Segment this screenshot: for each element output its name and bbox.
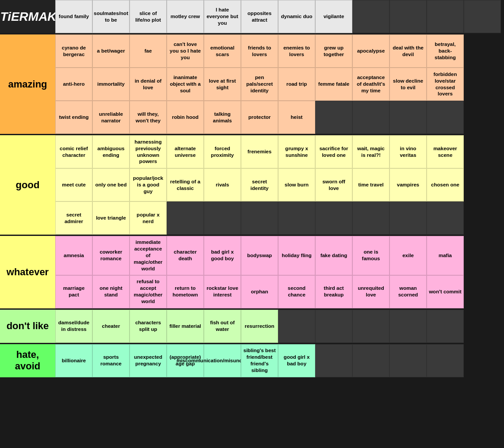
trope-cell: coworker romance bbox=[92, 236, 130, 275]
trope-cell: emotional scars bbox=[204, 34, 241, 68]
tier-row-good: goodcomic relief characterambiguous endi… bbox=[0, 135, 504, 236]
trope-cell: slow decline to evil bbox=[389, 68, 427, 101]
trope-cell: grew up together bbox=[315, 34, 352, 68]
trope-cell: amnesia bbox=[55, 236, 92, 275]
trope-row: twist endingunreliable narratorwill they… bbox=[55, 101, 504, 134]
trope-cell: woman scorned bbox=[389, 275, 427, 308]
trope-cell: secret admirer bbox=[55, 201, 92, 235]
trope-cell: refusal to accept magic/other world bbox=[130, 275, 167, 308]
trope-cell: will they, won't they bbox=[130, 101, 167, 134]
header-cell: vigilante bbox=[315, 0, 352, 33]
trope-cell: only one bed bbox=[92, 168, 130, 201]
header-cell: I hate everyone but you bbox=[204, 0, 241, 33]
trope-cell: frenemies bbox=[241, 135, 278, 168]
trope-cell bbox=[352, 101, 389, 134]
trope-cell: exile bbox=[389, 236, 427, 275]
trope-cell: characters split up bbox=[130, 310, 167, 343]
trope-row: billionairesports romanceunexpected preg… bbox=[55, 344, 504, 377]
trope-cell: road trip bbox=[278, 68, 315, 101]
header-cell: motley crew bbox=[167, 0, 204, 33]
header-cell: slice of life/no plot bbox=[130, 0, 167, 33]
tier-row-whatever: whateveramnesiacoworker romanceimmediate… bbox=[0, 236, 504, 310]
trope-cell: mafia bbox=[427, 236, 464, 275]
trope-cell: fae bbox=[130, 34, 167, 68]
trope-cell: ambiguous ending bbox=[92, 135, 130, 168]
trope-cell: heist bbox=[278, 101, 315, 134]
trope-cell: one is famous bbox=[352, 236, 389, 275]
trope-cell: alternate universe bbox=[167, 135, 204, 168]
trope-cell: popular/jock is a good guy bbox=[130, 168, 167, 201]
trope-cell: popular x nerd bbox=[130, 201, 167, 235]
trope-cell: cheater bbox=[92, 310, 130, 343]
trope-cell: immediate acceptance of magic/other worl… bbox=[130, 236, 167, 275]
trope-cell: in denial of love bbox=[130, 68, 167, 101]
header-cell bbox=[352, 0, 389, 33]
trope-cell: orphan bbox=[241, 275, 278, 308]
header-cell: opposites attract bbox=[241, 0, 278, 33]
trope-row: amnesiacoworker romanceimmediate accepta… bbox=[55, 236, 504, 275]
trope-cell: chosen one bbox=[427, 168, 464, 201]
trope-row: anti-heroimmortalityin denial of loveina… bbox=[55, 68, 504, 101]
trope-cell bbox=[389, 344, 427, 377]
tier-row-hate,-avoid: hate, avoidbillionairesports romanceunex… bbox=[0, 344, 504, 379]
trope-cell: love triangle bbox=[92, 201, 130, 235]
header-cell bbox=[427, 0, 464, 33]
trope-cell: makeover scene bbox=[427, 135, 464, 168]
header-cell: found family bbox=[55, 0, 92, 33]
tier-label: whatever bbox=[0, 236, 55, 308]
trope-cell: second chance bbox=[278, 275, 315, 308]
trope-cell bbox=[278, 310, 315, 343]
trope-cell: in vino veritas bbox=[389, 135, 427, 168]
trope-row: marriage pactone night standrefusal to a… bbox=[55, 275, 504, 308]
trope-cell: love at first sight bbox=[204, 68, 241, 101]
trope-cell: rockstar love interest bbox=[204, 275, 241, 308]
trope-cell: sports romance bbox=[92, 344, 130, 377]
trope-cell: sibling's best friend/best friend's sibl… bbox=[241, 344, 278, 377]
trope-cell: third act breakup bbox=[315, 275, 352, 308]
trope-cell: anti-hero bbox=[55, 68, 92, 101]
trope-cell: slow burn bbox=[278, 168, 315, 201]
trope-cell: good girl x bad boy bbox=[278, 344, 315, 377]
trope-cell bbox=[204, 201, 241, 235]
tier-row-don't-like: don't likedamsel/dude in distresscheater… bbox=[0, 310, 504, 344]
trope-cell: vampires bbox=[389, 168, 427, 201]
trope-cell: forced proximity bbox=[204, 135, 241, 168]
trope-cell bbox=[352, 201, 389, 235]
trope-cell bbox=[389, 310, 427, 343]
trope-cell bbox=[315, 201, 352, 235]
trope-cell: secret identity bbox=[241, 168, 278, 201]
trope-cell: apocalypse bbox=[352, 34, 389, 68]
header-row: found familysoulmates/not to beslice of … bbox=[55, 0, 504, 33]
trope-cell: grumpy x sunshine bbox=[278, 135, 315, 168]
trope-cell: billionaire bbox=[55, 344, 92, 377]
tier-content: amnesiacoworker romanceimmediate accepta… bbox=[55, 236, 504, 308]
trope-cell: wait, magic is real?! bbox=[352, 135, 389, 168]
trope-row: cyrano de bergeraca bet/wagerfaecan't lo… bbox=[55, 34, 504, 68]
trope-cell: robin hood bbox=[167, 101, 204, 134]
trope-cell: cyrano de bergerac bbox=[55, 34, 92, 68]
trope-cell bbox=[427, 344, 464, 377]
header-cell bbox=[464, 0, 501, 33]
trope-cell: femme fatale bbox=[315, 68, 352, 101]
trope-cell bbox=[278, 201, 315, 235]
trope-cell: a bet/wager bbox=[92, 34, 130, 68]
trope-cell: rivals bbox=[204, 168, 241, 201]
trope-row: comic relief characterambiguous endingha… bbox=[55, 135, 504, 168]
trope-cell bbox=[389, 201, 427, 235]
trope-cell bbox=[315, 344, 352, 377]
trope-cell: one night stand bbox=[92, 275, 130, 308]
trope-cell: character death bbox=[167, 236, 204, 275]
trope-cell: twist ending bbox=[55, 101, 92, 134]
trope-cell: marriage pact bbox=[55, 275, 92, 308]
trope-cell bbox=[167, 201, 204, 235]
trope-cell: immortality bbox=[92, 68, 130, 101]
trope-cell: miscommunication/misunderstanding bbox=[204, 344, 241, 377]
trope-row: meet cuteonly one bedpopular/jock is a g… bbox=[55, 168, 504, 201]
trope-cell bbox=[352, 310, 389, 343]
trope-cell: return to hometown bbox=[167, 275, 204, 308]
trope-cell bbox=[315, 310, 352, 343]
trope-row: secret admirerlove trianglepopular x ner… bbox=[55, 201, 504, 235]
trope-cell: acceptance of death/it's my time bbox=[352, 68, 389, 101]
tier-label: hate, avoid bbox=[0, 344, 55, 377]
trope-cell: damsel/dude in distress bbox=[55, 310, 92, 343]
